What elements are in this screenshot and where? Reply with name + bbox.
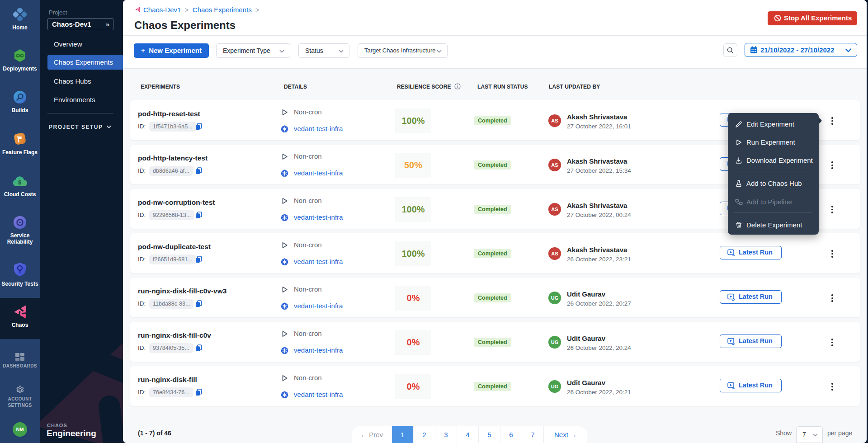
svg-text:$: $ — [18, 179, 22, 186]
